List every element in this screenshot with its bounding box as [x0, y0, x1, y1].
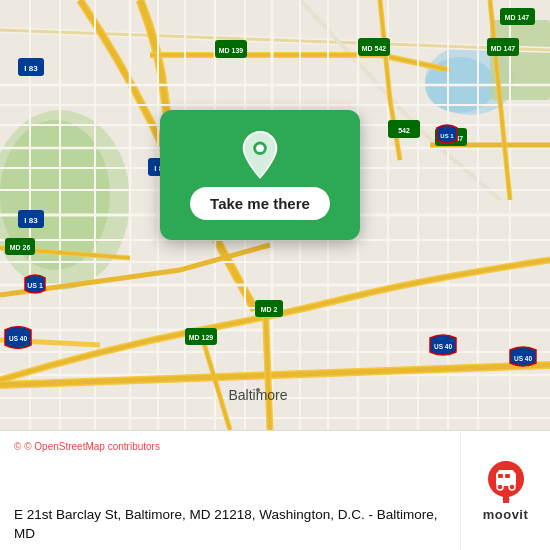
- moovit-logo-icon: [484, 459, 528, 503]
- svg-point-75: [256, 144, 264, 152]
- svg-text:US 40: US 40: [434, 343, 452, 350]
- svg-text:MD 147: MD 147: [505, 14, 530, 21]
- svg-rect-79: [505, 474, 510, 478]
- svg-text:I 83: I 83: [24, 64, 38, 73]
- svg-text:MD 147: MD 147: [491, 45, 516, 52]
- svg-text:US 40: US 40: [9, 335, 27, 342]
- info-content: © © OpenStreetMap contributors E 21st Ba…: [0, 431, 460, 550]
- moovit-logo-container[interactable]: moovit: [460, 431, 550, 550]
- svg-text:US 1: US 1: [27, 282, 43, 289]
- osm-credit: © © OpenStreetMap contributors: [14, 441, 446, 452]
- svg-text:US 40: US 40: [514, 355, 532, 362]
- moovit-label: moovit: [483, 507, 529, 522]
- map-container: I 83 I 83 I 83 MD 139 MD 542 542 MD 147 …: [0, 0, 550, 430]
- svg-text:MD 26: MD 26: [10, 244, 31, 251]
- osm-credit-text: © OpenStreetMap contributors: [24, 441, 160, 452]
- svg-text:MD 139: MD 139: [219, 47, 244, 54]
- info-bar: © © OpenStreetMap contributors E 21st Ba…: [0, 430, 550, 550]
- osm-icon: ©: [14, 441, 21, 452]
- take-me-there-button[interactable]: Take me there: [190, 187, 330, 220]
- svg-point-70: [256, 388, 260, 392]
- svg-text:I 83: I 83: [24, 216, 38, 225]
- svg-point-81: [509, 484, 515, 490]
- svg-text:MD 2: MD 2: [261, 306, 278, 313]
- map-card: Take me there: [160, 110, 360, 240]
- svg-rect-78: [498, 474, 503, 478]
- svg-text:US 1: US 1: [440, 133, 454, 139]
- svg-text:MD 542: MD 542: [362, 45, 387, 52]
- location-pin-icon: [240, 131, 280, 179]
- svg-text:542: 542: [398, 127, 410, 134]
- svg-text:MD 129: MD 129: [189, 334, 214, 341]
- address-text: E 21st Barclay St, Baltimore, MD 21218, …: [14, 506, 446, 544]
- svg-point-80: [497, 484, 503, 490]
